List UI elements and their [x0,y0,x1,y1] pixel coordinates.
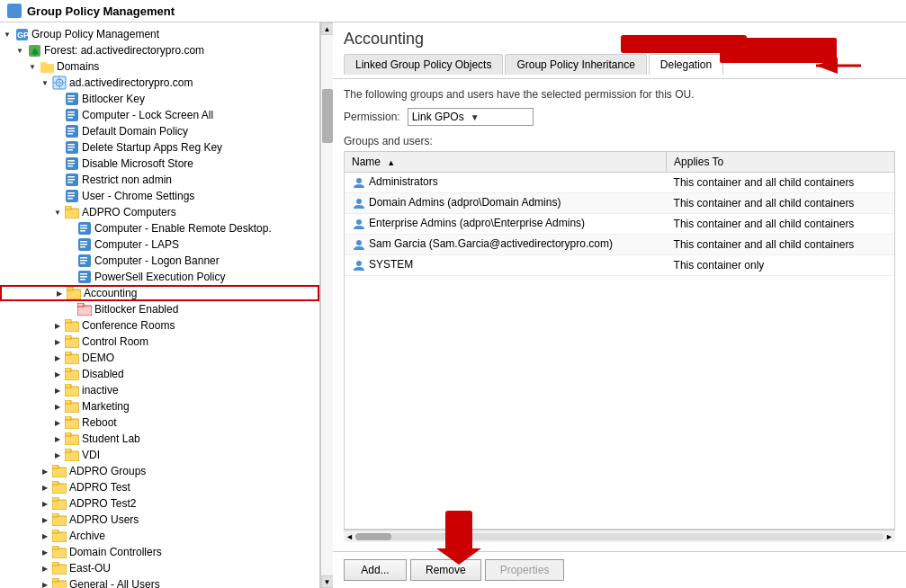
scroll-left-btn[interactable]: ◄ [345,532,354,541]
table-row[interactable]: Enterprise Admins (adpro\Enterprise Admi… [345,214,894,235]
col-name[interactable]: Name ▲ [345,152,667,173]
expand-btn-adpro-test[interactable]: ▶ [38,480,52,494]
gpo-icon [77,237,92,252]
ou-icon [65,432,79,446]
expand-btn-general-all-users[interactable]: ▶ [38,577,52,588]
expand-btn-inactive[interactable]: ▶ [50,383,65,397]
tree-item-marketing[interactable]: ▶Marketing [0,398,319,414]
expand-btn-control-room[interactable]: ▶ [50,334,65,349]
tree-item-reboot[interactable]: ▶Reboot [0,414,319,431]
tab-linked-gpo[interactable]: Linked Group Policy Objects [344,54,503,75]
tab-bar: Linked Group Policy Objects Group Policy… [344,54,895,75]
expand-btn-demo[interactable]: ▶ [50,351,65,365]
tree-item-user-chrome[interactable]: User - Chrome Settings [0,188,319,204]
remove-button[interactable]: Remove [410,559,481,581]
expand-btn-disabled[interactable]: ▶ [50,367,65,381]
expand-btn-reboot[interactable]: ▶ [50,415,65,430]
tree-item-comp-logon-banner[interactable]: Computer - Logon Banner [0,253,319,269]
svg-rect-67 [65,368,71,371]
tab-gp-inheritance[interactable]: Group Policy Inheritance [505,54,646,75]
expand-btn-conference-rooms[interactable]: ▶ [50,318,65,333]
expand-btn-domains[interactable]: ▼ [25,59,40,74]
tree-item-default-domain[interactable]: Default Domain Policy [0,123,319,139]
tree-item-adpro-computers[interactable]: ▼ADPRO Computers [0,204,319,220]
tree-item-computer-lock[interactable]: Computer - Lock Screen All [0,107,319,123]
table-row[interactable]: Sam Garcia (Sam.Garcia@activedirectorypr… [345,235,894,255]
tree-item-forest[interactable]: ▼🌲Forest: ad.activedirectorypro.com [0,42,319,58]
tree-item-adpro-users[interactable]: ▶ADPRO Users [0,512,319,528]
tree-item-delete-startup[interactable]: Delete Startup Apps Reg Key [0,139,319,156]
tree-item-east-ou[interactable]: ▶East-OU [0,560,319,576]
col-applies-to[interactable]: Applies To [667,152,894,173]
tree-item-bitlocker-key[interactable]: Bitlocker Key [0,91,319,107]
tree-item-domains[interactable]: ▼Domains [0,58,319,75]
tree-item-domain-controllers[interactable]: ▶Domain Controllers [0,544,319,560]
tree-item-disable-ms[interactable]: Disable Microsoft Store [0,156,319,172]
expand-btn-domain-controllers[interactable]: ▶ [38,545,52,559]
svg-rect-76 [65,451,79,461]
scroll-down-btn[interactable]: ▼ [321,575,334,588]
table-row[interactable]: SYSTEMThis container only [345,255,894,276]
expand-btn-gpm-root[interactable]: ▼ [0,27,14,41]
tree-item-comp-laps[interactable]: Computer - LAPS [0,236,319,253]
permission-dropdown[interactable]: Link GPOs ▼ [408,108,534,126]
svg-rect-36 [67,195,75,197]
tree-item-restrict-non-admin[interactable]: Restrict non admin [0,172,319,188]
tree-item-domain[interactable]: ▼ad.activedirectorypro.com [0,75,319,91]
tree-item-disabled[interactable]: ▶Disabled [0,366,319,382]
expand-btn-east-ou[interactable]: ▶ [38,561,52,575]
scroll-thumb[interactable] [322,89,333,143]
expand-btn-marketing[interactable]: ▶ [50,399,65,414]
tree-item-control-room[interactable]: ▶Control Room [0,334,319,350]
tree-item-accounting[interactable]: ▶Accounting [0,285,319,301]
tab-delegation[interactable]: Delegation [649,54,723,76]
svg-rect-78 [52,468,67,477]
expand-btn-archive[interactable]: ▶ [38,529,52,543]
tree-item-archive[interactable]: ▶Archive [0,528,319,544]
svg-rect-93 [52,578,58,582]
tree-item-student-lab[interactable]: ▶Student Lab [0,431,319,447]
vertical-scrollbar[interactable]: ▲ ▼ [320,22,333,588]
gpo-icon [65,108,79,122]
tree-item-general-all-users[interactable]: ▶General - All Users [0,576,319,588]
expand-btn-accounting[interactable]: ▶ [52,286,67,300]
tree-item-label-restrict-non-admin: Restrict non admin [82,174,172,186]
tree-item-comp-enable-rd[interactable]: Computer - Enable Remote Desktop. [0,220,319,236]
tree-item-powersell[interactable]: PowerSell Execution Policy [0,269,319,285]
scroll-right-btn[interactable]: ► [885,532,893,541]
tree-item-adpro-test2[interactable]: ▶ADPRO Test2 [0,495,319,512]
expand-btn-adpro-test2[interactable]: ▶ [38,496,52,511]
svg-rect-20 [67,130,75,132]
scrollbar-thumb[interactable] [355,533,391,540]
tree-item-conference-rooms[interactable]: ▶Conference Rooms [0,317,319,334]
tree-item-inactive[interactable]: ▶inactive [0,382,319,398]
tree-item-label-archive: Archive [69,530,105,542]
tree-item-gpm-root[interactable]: ▼GPGroup Policy Management [0,26,319,42]
svg-rect-59 [77,303,84,307]
tree-item-adpro-test[interactable]: ▶ADPRO Test [0,479,319,495]
table-row[interactable]: Domain Admins (adpro\Domain Admins)This … [345,193,894,214]
expand-btn-adpro-users[interactable]: ▶ [38,512,52,527]
svg-rect-72 [65,419,79,429]
horizontal-scrollbar[interactable]: ◄ ► [344,530,895,542]
svg-rect-84 [52,516,67,526]
svg-rect-27 [67,160,75,162]
tree-item-adpro-groups[interactable]: ▶ADPRO Groups [0,463,319,479]
expand-btn-student-lab[interactable]: ▶ [50,432,65,446]
tree-item-demo[interactable]: ▶DEMO [0,350,319,366]
expand-btn-forest[interactable]: ▼ [13,43,27,58]
add-button[interactable]: Add... [344,559,407,581]
expand-btn-vdi[interactable]: ▶ [50,448,65,462]
expand-btn-adpro-groups[interactable]: ▶ [38,464,52,478]
scroll-up-btn[interactable]: ▲ [321,22,334,35]
expand-btn-domain[interactable]: ▼ [38,76,52,90]
table-row[interactable]: AdministratorsThis container and all chi… [345,173,894,193]
svg-rect-89 [52,546,58,549]
tree-item-bitlocker-enabled[interactable]: Bitlocker Enabled [0,301,319,317]
properties-button[interactable]: Properties [485,559,565,581]
tree-item-label-marketing: Marketing [82,400,130,413]
expand-btn-adpro-computers[interactable]: ▼ [50,205,65,219]
svg-rect-16 [67,114,75,116]
tree-item-vdi[interactable]: ▶VDI [0,447,319,463]
svg-rect-68 [65,387,79,396]
